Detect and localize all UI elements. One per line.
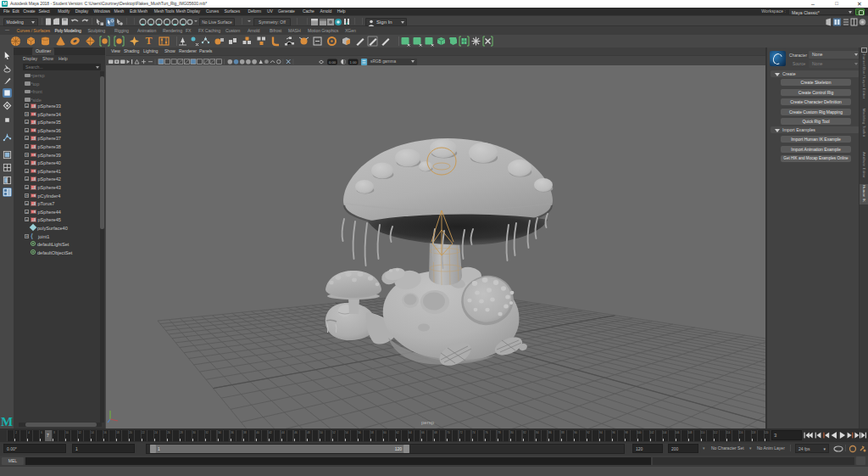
svg-text:0.00: 0.00 xyxy=(329,59,337,64)
svg-text:1.00: 1.00 xyxy=(350,59,358,64)
